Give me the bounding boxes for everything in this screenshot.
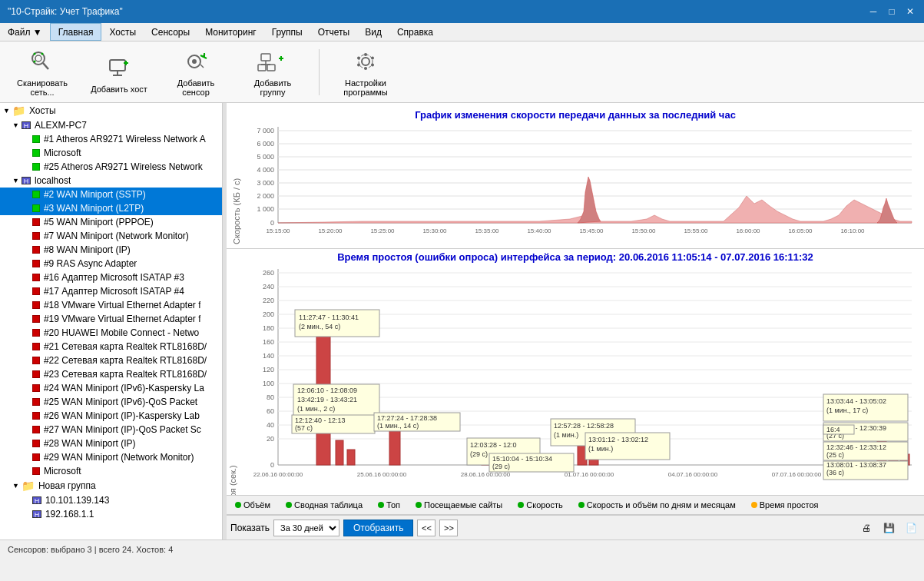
sidebar-item-16[interactable]: ▼#20 HUAWEI Mobile Connect - Netwo [0,326,222,340]
sensor-status-dot [32,163,40,171]
menu-item-menu-hosts[interactable]: Хосты [101,23,144,41]
svg-text:12:06:10 - 12:08:09: 12:06:10 - 12:08:09 [297,387,357,394]
item-label: ALEXM-PC7 [35,120,87,131]
item-label: #27 WAN Miniport (IP)-QoS Packet Sc [44,424,201,435]
sidebar-item-6[interactable]: ▼#2 WAN Miniport (SSTP) [0,188,222,201]
sidebar-item-28[interactable]: ▼H10.101.139.143 [0,493,222,507]
bottom-tabs: ОбъёмСводная таблицаТопПосещаемые сайтыС… [227,495,924,515]
save-icon[interactable]: 💾 [879,519,898,537]
tab-3[interactable]: Посещаемые сайты [411,499,507,511]
tab-2[interactable]: Топ [373,499,405,511]
sidebar-item-0[interactable]: ▼📁Хосты [0,103,222,118]
menu-item-menu-view[interactable]: Вид [357,23,389,41]
item-label: #18 VMware Virtual Ethernet Adapter f [44,300,201,310]
svg-text:25.06.16 00:00:00: 25.06.16 00:00:00 [357,471,407,478]
tab-6[interactable]: Время простоя [747,499,823,511]
btn-add-sensor-label: Добавить сенсор [165,78,227,97]
svg-rect-103 [336,440,343,465]
sensor-status-dot [32,357,40,364]
svg-rect-20 [258,65,266,71]
export-icon[interactable]: 📄 [902,519,920,537]
sidebar-item-17[interactable]: ▼#21 Сетевая карта Realtek RTL8168D/ [0,340,222,354]
svg-text:100: 100 [263,380,274,387]
sidebar-item-20[interactable]: ▼#24 WAN Miniport (IPv6)-Kaspersky La [0,381,222,395]
tab-1[interactable]: Сводная таблица [281,499,367,511]
toolbar-btn-add-host[interactable]: Добавить хост [84,45,154,99]
svg-text:(1 мин.): (1 мин.) [554,431,578,439]
sidebar-item-1[interactable]: ▼HALEXM-PC7 [0,118,222,132]
sidebar-item-15[interactable]: ▼#19 VMware Virtual Ethernet Adapter f [0,312,222,326]
print-icon[interactable]: 🖨 [857,519,876,537]
sidebar-item-24[interactable]: ▼#28 WAN Miniport (IP) [0,437,222,450]
sidebar-item-11[interactable]: ▼#9 RAS Async Adapter [0,257,222,271]
sensor-status-dot [32,301,40,309]
menu-item-menu-sensors[interactable]: Сенсоры [144,23,197,41]
sidebar-item-14[interactable]: ▼#18 VMware Virtual Ethernet Adapter f [0,298,222,312]
sidebar-item-25[interactable]: ▼#29 WAN Miniport (Network Monitor) [0,450,222,464]
svg-point-3 [34,52,36,55]
sidebar-item-10[interactable]: ▼#8 WAN Miniport (IP) [0,243,222,257]
sensor-status-dot [32,274,40,281]
menu-item-menu-reports[interactable]: Отчеты [310,23,357,41]
svg-text:15:10:04 - 15:10:34: 15:10:04 - 15:10:34 [492,455,552,463]
svg-text:120: 120 [263,366,274,374]
sidebar-item-19[interactable]: ▼#23 Сетевая карта Realtek RTL8168D/ [0,367,222,381]
toolbar-btn-settings[interactable]: Настройки программы [331,45,400,99]
item-label: #25 WAN Miniport (IPv6)-QoS Packet [44,397,197,407]
minimize-button[interactable]: ─ [867,5,879,18]
tab-label-5: Скорость и объём по дням и месяцам [587,500,736,510]
btn-add-group-icon [257,48,288,75]
sidebar-item-21[interactable]: ▼#25 WAN Miniport (IPv6)-QoS Packet [0,395,222,409]
sidebar-item-9[interactable]: ▼#7 WAN Miniport (Network Monitor) [0,229,222,243]
menu-item-menu-help[interactable]: Справка [389,23,441,41]
sidebar-item-22[interactable]: ▼#26 WAN Miniport (IP)-Kaspersky Lab [0,409,222,423]
status-text: Сенсоров: выбрано 3 | всего 24. Хостов: … [8,545,173,554]
svg-text:15:25:00: 15:25:00 [370,227,395,234]
maximize-button[interactable]: □ [886,5,898,18]
svg-text:13:03:44 - 13:05:02: 13:03:44 - 13:05:02 [826,397,886,405]
toolbar-btn-add-group[interactable]: Добавить группу [238,45,307,99]
sidebar-item-2[interactable]: ▼#1 Atheros AR9271 Wireless Network A [0,132,222,146]
chart2-svg: 260 240 220 200 180 160 14 [239,265,924,495]
sidebar-item-7[interactable]: ▼#3 WAN Miniport (L2TP) [0,201,222,215]
sidebar-item-8[interactable]: ▼#5 WAN Miniport (PPPOE) [0,215,222,229]
svg-point-30 [357,63,360,66]
svg-point-5 [41,52,44,55]
svg-text:(29 с): (29 с) [470,450,488,458]
svg-text:07.07.16 00:00:00: 07.07.16 00:00:00 [772,471,822,478]
sidebar-item-12[interactable]: ▼#16 Адаптер Microsoft ISATAP #3 [0,271,222,284]
sidebar-item-18[interactable]: ▼#22 Сетевая карта Realtek RTL8168D/ [0,354,222,367]
tab-0[interactable]: Объём [230,499,275,511]
menu-item-menu-monitoring[interactable]: Мониторинг [197,23,264,41]
svg-text:15:55:00: 15:55:00 [684,227,708,234]
display-button[interactable]: Отобразить [343,520,413,536]
toolbar: Сканировать сеть...Добавить хостДобавить… [0,42,924,103]
tab-5[interactable]: Скорость и объём по дням и месяцам [574,499,740,511]
next-button[interactable]: >> [439,520,458,536]
sidebar-item-5[interactable]: ▼Hlocalhost [0,174,222,188]
sidebar-item-27[interactable]: ▼📁Новая группа [0,478,222,493]
menu-item-menu-main[interactable]: Главная [50,23,102,41]
host-expand-icon: ▼ [12,121,19,129]
chart2-title: Время простоя (ошибки опроса) интерфейса… [227,249,924,265]
svg-point-12 [192,59,197,64]
sidebar-item-23[interactable]: ▼#27 WAN Miniport (IP)-QoS Packet Sc [0,423,222,437]
period-select[interactable]: За 30 днейЗа 7 днейЗа 1 деньЗа месяцЗа г… [273,520,339,536]
sidebar-item-26[interactable]: ▼Microsoft [0,464,222,478]
prev-button[interactable]: << [417,520,436,536]
item-label: #21 Сетевая карта Realtek RTL8168D/ [44,341,207,352]
svg-text:(36 с): (36 с) [826,469,844,476]
toolbar-btn-scan[interactable]: Сканировать сеть... [8,45,77,99]
close-button[interactable]: ✕ [904,5,916,18]
menu-item-menu-file[interactable]: Файл ▼ [0,23,50,41]
sidebar-item-13[interactable]: ▼#17 Адаптер Microsoft ISATAP #4 [0,284,222,298]
sidebar-item-3[interactable]: ▼Microsoft [0,146,222,160]
tab-4[interactable]: Скорость [513,499,568,511]
item-label: 192.168.1.1 [45,509,94,520]
svg-point-31 [371,63,374,66]
svg-text:16:00:00: 16:00:00 [736,227,760,234]
sidebar-item-29[interactable]: ▼H192.168.1.1 [0,507,222,521]
menu-item-menu-groups[interactable]: Группы [264,23,310,41]
toolbar-btn-add-sensor[interactable]: Добавить сенсор [161,45,230,99]
sidebar-item-4[interactable]: ▼#25 Atheros AR9271 Wireless Network [0,160,222,174]
